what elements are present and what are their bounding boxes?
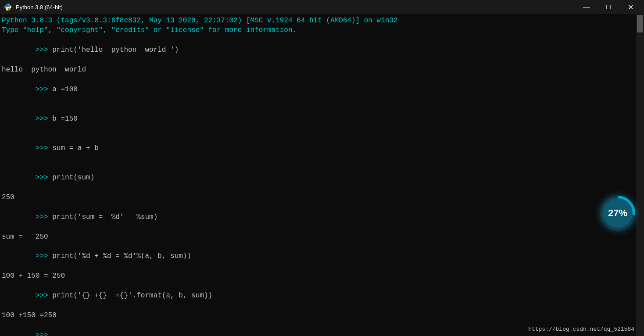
code-5: a =100	[52, 86, 78, 93]
prompt-8: >>>	[36, 174, 52, 182]
watermark-circle: 27%	[600, 196, 635, 231]
terminal-line-3: >>> print('hello python world ')	[2, 36, 634, 65]
prompt-3: >>>	[36, 46, 52, 54]
terminal-line-7: >>> sum = a + b	[2, 134, 634, 163]
code-6: b =150	[52, 115, 78, 123]
terminal-area: Python 3.8.3 (tags/v3.8.3:6f8c832, May 1…	[0, 14, 644, 336]
maximize-button[interactable]: □	[598, 0, 619, 14]
terminal-line-11: sum = 250	[2, 232, 634, 242]
watermark-percent: 27%	[608, 207, 627, 219]
terminal-line-2: Type "help", "copyright", "credits" or "…	[2, 25, 634, 35]
prompt-16: >>>	[36, 331, 52, 336]
terminal-line-9: 250	[2, 193, 634, 202]
terminal-line-4: hello python world	[2, 65, 634, 75]
python-terminal-window: Python 3.8 (64-bit) — □ ✕ Python 3.8.3 (…	[0, 0, 644, 336]
url-bar: https://blog.csdn.net/qq_521584	[528, 326, 634, 332]
prompt-10: >>>	[36, 213, 52, 221]
terminal-line-6: >>> b =150	[2, 104, 634, 134]
code-14: print('{} +{} ={}'.format(a, b, sum))	[52, 292, 212, 300]
prompt-5: >>>	[36, 86, 52, 93]
terminal-line-13: 100 + 150 = 250	[2, 271, 634, 281]
prompt-7: >>>	[36, 144, 52, 152]
title-bar-left: Python 3.8 (64-bit)	[4, 3, 63, 11]
code-12: print('%d + %d = %d'%(a, b, sum))	[52, 252, 191, 260]
terminal-line-15: 100 +150 =250	[2, 311, 634, 320]
terminal-line-12: >>> print('%d + %d = %d'%(a, b, sum))	[2, 242, 634, 271]
close-button[interactable]: ✕	[620, 0, 640, 14]
code-3: print('hello python world ')	[52, 46, 179, 54]
terminal-line-14: >>> print('{} +{} ={}'.format(a, b, sum)…	[2, 281, 634, 311]
minimize-button[interactable]: —	[576, 0, 597, 14]
scrollbar[interactable]	[636, 14, 644, 336]
terminal-line-8: >>> print(sum)	[2, 163, 634, 193]
terminal-line-10: >>> print('sum = %d' %sum)	[2, 202, 634, 232]
code-7: sum = a + b	[52, 144, 99, 152]
code-8: print(sum)	[52, 174, 94, 182]
terminal-line-5: >>> a =100	[2, 75, 634, 104]
prompt-12: >>>	[36, 252, 52, 260]
terminal-content[interactable]: Python 3.8.3 (tags/v3.8.3:6f8c832, May 1…	[0, 14, 636, 336]
prompt-6: >>>	[36, 115, 52, 123]
prompt-14: >>>	[36, 292, 52, 300]
window-title: Python 3.8 (64-bit)	[16, 4, 63, 11]
scrollbar-thumb[interactable]	[637, 15, 643, 32]
watermark-inner: 27%	[603, 198, 633, 228]
code-10: print('sum = %d' %sum)	[52, 213, 157, 221]
terminal-line-1: Python 3.8.3 (tags/v3.8.3:6f8c832, May 1…	[2, 16, 634, 25]
title-bar: Python 3.8 (64-bit) — □ ✕	[0, 0, 644, 14]
python-logo-icon	[4, 3, 12, 11]
window-controls: — □ ✕	[576, 0, 640, 14]
